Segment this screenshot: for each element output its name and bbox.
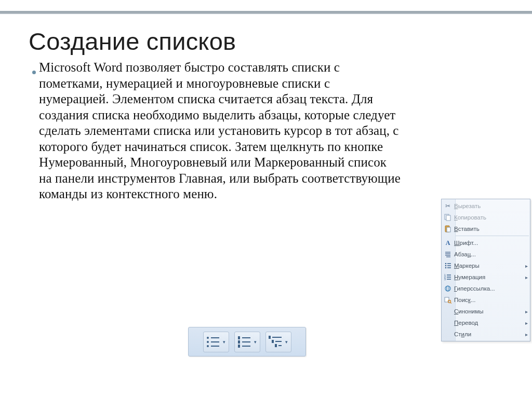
chevron-right-icon: ▸ [523,320,530,326]
chevron-down-icon[interactable]: ▾ [222,339,227,345]
chevron-right-icon: ▸ [523,309,530,314]
menu-separator [456,236,529,236]
font-a-icon: A [442,239,454,247]
menu-label: Копировать [454,214,530,221]
menu-item-font[interactable]: A Шрифт... [442,237,530,249]
menu-label: Стили [454,331,523,337]
menu-item-paragraph[interactable]: Абзац... [442,249,530,260]
search-icon [442,296,454,304]
hyperlink-icon [442,285,454,292]
menu-item-search[interactable]: Поиск... [442,294,530,306]
menu-label: Вырезать [454,203,530,209]
paragraph-icon [442,251,454,258]
menu-item-hyperlink[interactable]: Гиперссылка... [442,283,530,294]
menu-label: Гиперссылка... [454,285,530,292]
bullets-icon [442,262,454,269]
svg-point-10 [445,265,447,267]
svg-rect-3 [447,227,450,232]
numbered-list-button[interactable]: ▾ [234,332,260,352]
numbering-icon: 123 [442,273,454,281]
multilevel-list-icon [268,334,284,350]
menu-item-copy[interactable]: Копировать [442,212,530,223]
paste-icon [442,225,454,232]
copy-icon [442,214,454,221]
menu-label: Поиск... [454,297,530,303]
chevron-right-icon: ▸ [523,263,530,269]
svg-line-24 [450,303,451,304]
svg-point-20 [445,286,450,291]
bullet-list-icon [205,334,222,350]
menu-item-translate[interactable]: Перевод ▸ [442,317,530,328]
svg-rect-1 [446,215,450,221]
bulleted-list-button[interactable]: ▾ [203,332,229,352]
svg-text:3: 3 [444,278,446,281]
menu-label: Шрифт... [454,240,530,246]
menu-item-cut[interactable]: ✂ Вырезать [442,200,530,212]
ribbon-paragraph-group: ▾ ▾ ▾ [188,327,306,356]
menu-item-synonyms[interactable]: Синонимы ▸ [442,306,530,317]
svg-point-8 [445,263,447,265]
svg-point-12 [445,267,447,269]
menu-item-styles[interactable]: Стили ▸ [442,328,530,340]
menu-label: Абзац... [454,251,530,257]
menu-label: Перевод [454,320,523,326]
chevron-right-icon: ▸ [523,332,530,337]
numbered-list-icon [236,334,253,350]
context-menu: ✂ Вырезать Копировать Вставить A Шрифт..… [441,199,530,341]
chevron-down-icon[interactable]: ▾ [284,339,289,345]
svg-point-21 [447,286,449,291]
multilevel-list-button[interactable]: ▾ [265,332,291,352]
slide-title: Создание списков [29,27,503,56]
body-paragraph: Microsoft Word позволяет быстро составля… [39,60,403,202]
scissors-icon: ✂ [442,202,454,210]
menu-label: Синонимы [454,308,523,314]
menu-item-paste[interactable]: Вставить [442,223,530,235]
bullet-marker [29,60,39,76]
menu-label: Маркеры [454,263,523,269]
menu-label: Вставить [454,226,530,232]
menu-item-bullets[interactable]: Маркеры ▸ [442,260,530,271]
menu-label: Нумерация [454,274,523,280]
chevron-down-icon[interactable]: ▾ [253,339,258,345]
chevron-right-icon: ▸ [523,275,530,280]
menu-item-numbering[interactable]: 123 Нумерация ▸ [442,271,530,283]
